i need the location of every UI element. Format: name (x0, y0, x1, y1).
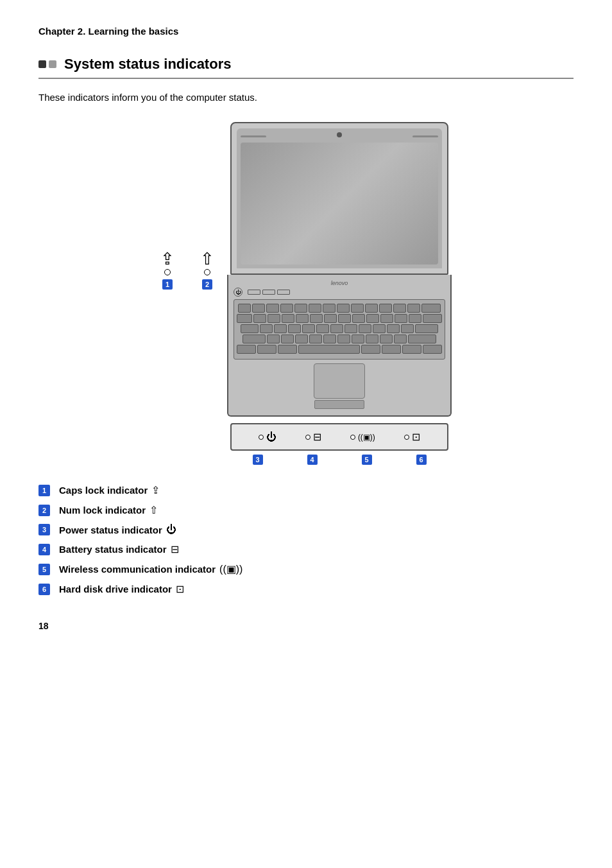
small-ind-3 (277, 290, 290, 295)
status-wireless: ((▣)) (350, 433, 375, 442)
status-dot-4 (305, 435, 310, 440)
status-bar: ⏻ ⊟ ((▣)) ⊡ (230, 423, 448, 451)
legend-badge-2: 2 (38, 505, 50, 516)
legend-icon-6: ⊡ (176, 583, 184, 595)
legend-badge-6: 6 (38, 584, 50, 595)
section-title: System status indicators (64, 56, 231, 73)
legend-item-3: 3 Power status indicator ⏻ (38, 524, 574, 535)
num-lock-indicator-box: ⇧ 2 (200, 250, 214, 290)
legend-text-4: Battery status indicator (59, 544, 167, 555)
status-numbers-row: 3 4 5 6 (230, 455, 448, 465)
chapter-title: Chapter 2. Learning the basics (38, 26, 574, 37)
small-ind-2 (262, 290, 275, 295)
num-lock-icon: ⇧ (200, 250, 214, 275)
badge-4: 4 (307, 455, 318, 465)
hdd-status-icon: ⊡ (412, 431, 420, 443)
status-dot-6 (404, 435, 409, 440)
legend-icon-5: ((▣)) (219, 563, 242, 575)
badge-3: 3 (253, 455, 263, 465)
wireless-status-icon: ((▣)) (358, 433, 375, 442)
touchpad (314, 363, 365, 399)
laptop-base: lenovo ⏻ (227, 275, 452, 417)
legend-badge-1: 1 (38, 485, 50, 496)
camera-dot (337, 132, 342, 137)
legend-item-6: 6 Hard disk drive indicator ⊡ (38, 583, 574, 595)
legend-item-2: 2 Num lock indicator ⇧ (38, 504, 574, 516)
legend-badge-4: 4 (38, 544, 50, 555)
legend-icon-1: ⇪ (151, 484, 160, 496)
badge-2: 2 (202, 279, 212, 290)
legend-item-1: 1 Caps lock indicator ⇪ (38, 484, 574, 496)
laptop-screen (230, 122, 448, 275)
status-power: ⏻ (259, 431, 276, 443)
status-hdd: ⊡ (404, 431, 420, 443)
indicator-icons-row: ⇪ 1 ⇧ 2 (160, 250, 214, 290)
lenovo-logo: lenovo (234, 280, 445, 286)
legend-item-5: 5 Wireless communication indicator ((▣)) (38, 563, 574, 575)
keyboard-area (234, 299, 445, 360)
dot-dark (38, 60, 46, 68)
legend-text-6: Hard disk drive indicator (59, 584, 172, 595)
power-status-icon: ⏻ (266, 431, 276, 443)
laptop-illustration: lenovo ⏻ (227, 122, 452, 465)
status-dot-3 (259, 435, 264, 440)
badge-5: 5 (362, 455, 372, 465)
battery-status-icon: ⊟ (313, 431, 321, 443)
caps-lock-icon: ⇪ (160, 250, 174, 275)
page-number: 18 (38, 621, 574, 631)
dot-light (49, 60, 56, 68)
legend-text-2: Num lock indicator (59, 505, 146, 516)
badge-1: 1 (162, 279, 173, 290)
legend-text-5: Wireless communication indicator (59, 564, 216, 575)
badge-6: 6 (416, 455, 427, 465)
intro-text: These indicators inform you of the compu… (38, 92, 574, 103)
legend-list: 1 Caps lock indicator ⇪ 2 Num lock indic… (38, 484, 574, 595)
touchpad-buttons (314, 400, 364, 409)
legend-text-3: Power status indicator (59, 525, 162, 535)
legend-icon-2: ⇧ (149, 504, 158, 516)
status-battery: ⊟ (305, 431, 321, 443)
section-dots (38, 60, 56, 68)
legend-item-4: 4 Battery status indicator ⊟ (38, 543, 574, 555)
indicators-left: ⇪ 1 ⇧ 2 (160, 250, 214, 296)
legend-text-1: Caps lock indicator (59, 485, 148, 496)
caps-lock-indicator-box: ⇪ 1 (160, 250, 174, 290)
legend-badge-3: 3 (38, 524, 50, 535)
small-indicators (248, 290, 290, 295)
legend-icon-4: ⊟ (171, 543, 179, 555)
section-header: System status indicators (38, 56, 574, 79)
diagram-area: ⇪ 1 ⇧ 2 (38, 122, 574, 465)
status-dot-5 (350, 435, 355, 440)
legend-icon-3: ⏻ (166, 524, 176, 535)
power-button-key: ⏻ (234, 288, 242, 297)
laptop-screen-bezel (237, 128, 442, 268)
laptop-screen-inner (241, 143, 438, 265)
small-ind-1 (248, 290, 260, 295)
legend-badge-5: 5 (38, 564, 50, 575)
keyboard-top-row: ⏻ (234, 288, 445, 297)
